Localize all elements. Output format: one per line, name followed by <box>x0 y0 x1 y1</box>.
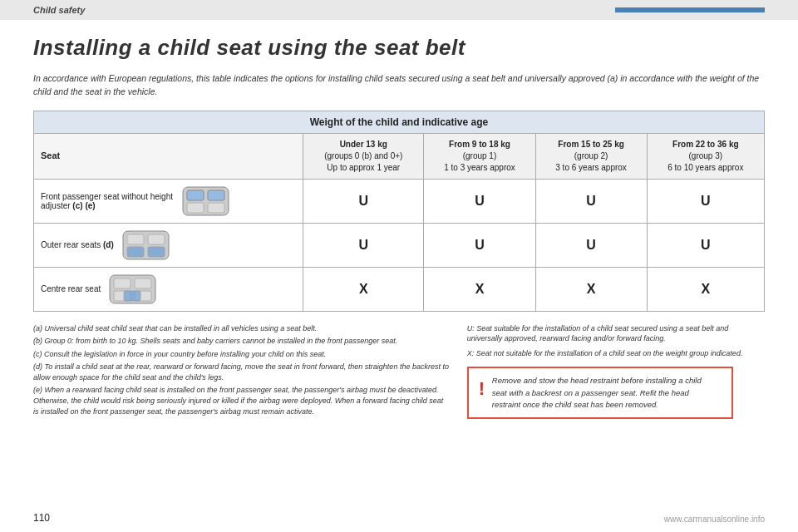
col-header-2: From 15 to 25 kg (group 2) 3 to 6 years … <box>535 133 647 179</box>
footnote-left-4: (e) When a rearward facing child seat is… <box>33 385 451 416</box>
seat-label-1: Outer rear seats (d) <box>41 240 114 249</box>
svg-rect-9 <box>148 234 165 244</box>
svg-rect-8 <box>127 234 144 244</box>
seat-label-2: Centre rear seat <box>41 284 101 293</box>
value-cell-1-2: U <box>535 223 647 267</box>
table-header: Weight of the child and indicative age <box>34 111 765 133</box>
value-cell-0-2: U <box>535 179 647 223</box>
table-row: Centre rear seat XXXX <box>34 267 765 311</box>
page-title: Installing a child seat using the seat b… <box>33 35 765 61</box>
value-cell-1-1: U <box>424 223 535 267</box>
footnotes-right: U: Seat suitable for the installation of… <box>467 323 765 420</box>
car-icon-0 <box>179 185 233 218</box>
value-cell-2-2: X <box>535 267 647 311</box>
intro-text: In accordance with European regulations,… <box>33 72 765 99</box>
footnote-right-0: U: Seat suitable for the installation of… <box>467 323 765 344</box>
child-seat-table: Weight of the child and indicative age S… <box>33 111 765 312</box>
seat-label-0: Front passenger seat without height adju… <box>41 192 174 210</box>
warning-box: ! Remove and stow the head restraint bef… <box>467 367 733 419</box>
svg-rect-10 <box>127 247 144 257</box>
seat-cell-2: Centre rear seat <box>34 267 303 311</box>
footer-url: www.carmanualsonline.info <box>664 515 765 524</box>
table-row: Front passenger seat without height adju… <box>34 179 765 223</box>
value-cell-2-0: X <box>303 267 424 311</box>
svg-rect-4 <box>208 203 224 213</box>
svg-rect-11 <box>148 247 165 257</box>
footnote-right-1: X: Seat not suitable for the installatio… <box>467 348 765 359</box>
warning-text: Remove and stow the head restraint befor… <box>492 375 710 411</box>
seat-cell-0: Front passenger seat without height adju… <box>34 179 303 223</box>
value-cell-0-3: U <box>647 179 764 223</box>
warning-icon: ! <box>479 375 485 402</box>
car-icon-2 <box>106 273 160 306</box>
seat-col-header: Seat <box>34 133 303 179</box>
value-cell-1-3: U <box>647 223 764 267</box>
table-row: Outer rear seats (d) UUUU <box>34 223 765 267</box>
value-cell-2-3: X <box>647 267 764 311</box>
section-label: Child safety <box>33 5 85 15</box>
car-icon-1 <box>119 229 173 262</box>
footnotes-left: (a) Universal child seat child seat that… <box>33 323 451 420</box>
svg-rect-14 <box>135 278 151 288</box>
col-header-3: From 22 to 36 kg (group 3) 6 to 10 years… <box>647 133 764 179</box>
svg-rect-6 <box>208 190 224 200</box>
col-header-1: From 9 to 18 kg (group 1) 1 to 3 years a… <box>424 133 535 179</box>
value-cell-0-1: U <box>424 179 535 223</box>
svg-rect-17 <box>124 291 140 301</box>
col-header-0: Under 13 kg (groups 0 (b) and 0+) Up to … <box>303 133 424 179</box>
svg-rect-5 <box>187 190 204 200</box>
value-cell-1-0: U <box>303 223 424 267</box>
value-cell-0-0: U <box>303 179 424 223</box>
footer-section: (a) Universal child seat child seat that… <box>33 323 765 420</box>
seat-cell-1: Outer rear seats (d) <box>34 223 303 267</box>
footnote-left-0: (a) Universal child seat child seat that… <box>33 323 451 334</box>
value-cell-2-1: X <box>424 267 535 311</box>
page-number: 110 <box>33 512 50 524</box>
svg-rect-3 <box>187 203 204 213</box>
footnote-left-2: (c) Consult the legislation in force in … <box>33 349 451 360</box>
svg-rect-13 <box>114 278 131 288</box>
footnote-left-1: (b) Group 0: from birth to 10 kg. Shells… <box>33 336 451 347</box>
footnote-left-3: (d) To install a child seat at the rear,… <box>33 362 451 382</box>
